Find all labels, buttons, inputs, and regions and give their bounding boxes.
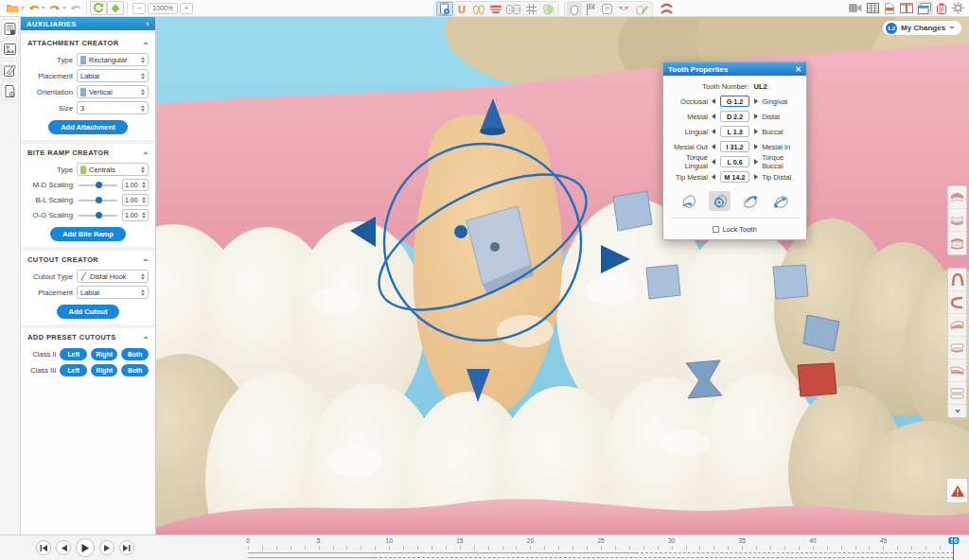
- tooth-properties-titlebar[interactable]: Tooth Properties ✕: [663, 62, 806, 76]
- redo-button[interactable]: [47, 1, 68, 15]
- attachment-orientation-select[interactable]: Vertical: [77, 85, 149, 98]
- pontic-button[interactable]: P: [599, 2, 614, 16]
- occlusal-value[interactable]: G 1.2: [720, 96, 749, 107]
- tip-value[interactable]: M 14.2: [720, 171, 749, 183]
- report-button[interactable]: [1, 81, 19, 100]
- settings-button[interactable]: [950, 1, 966, 15]
- right-view-button[interactable]: [948, 359, 966, 382]
- rotation-value[interactable]: I 31.2: [720, 141, 749, 152]
- zoom-out-button[interactable]: −: [131, 1, 148, 15]
- front-view-button[interactable]: [948, 337, 966, 359]
- bl-scaling-value[interactable]: 1.00: [122, 194, 149, 206]
- tooth-edit-button[interactable]: [633, 2, 650, 16]
- grid-button[interactable]: [523, 2, 538, 16]
- skip-end-button[interactable]: [119, 540, 134, 555]
- bite-ramp-type-select[interactable]: Centrals: [77, 163, 149, 176]
- notes-button[interactable]: [1, 19, 19, 38]
- tooth-torque-mode-button[interactable]: [769, 191, 791, 211]
- photo-button[interactable]: [1, 40, 19, 59]
- decrement-arrow-icon[interactable]: [711, 157, 717, 166]
- tooth-circle-button[interactable]: [539, 2, 556, 16]
- more-views-button[interactable]: [948, 405, 966, 417]
- tooth-rotate-mode-button[interactable]: [678, 191, 700, 211]
- bite-arches-button[interactable]: [658, 2, 676, 16]
- tooth-button[interactable]: [567, 2, 582, 16]
- lock-tooth-checkbox[interactable]: [713, 226, 719, 233]
- both-arches-button[interactable]: [948, 232, 966, 254]
- zoom-in-button[interactable]: +: [178, 1, 195, 15]
- increment-arrow-icon[interactable]: [752, 112, 759, 121]
- occlusal-upper-view-button[interactable]: [948, 269, 966, 291]
- attachment-placement-select[interactable]: Labial: [77, 69, 149, 82]
- bl-scaling-slider[interactable]: [79, 200, 117, 201]
- gizmo-center-handle[interactable]: [454, 225, 467, 238]
- split-view-button[interactable]: [898, 1, 915, 15]
- decrement-arrow-icon[interactable]: [711, 172, 717, 182]
- auxiliaries-panel-button[interactable]: [436, 2, 453, 16]
- add-attachment-button[interactable]: Add Attachment: [48, 120, 128, 134]
- step-forward-button[interactable]: [99, 540, 115, 555]
- increment-arrow-icon[interactable]: [752, 172, 759, 182]
- export-button[interactable]: [934, 1, 949, 15]
- playhead[interactable]: [953, 537, 954, 560]
- close-icon[interactable]: ✕: [795, 65, 802, 74]
- class-iii-left-button[interactable]: Left: [60, 364, 87, 376]
- slider-handle[interactable]: [96, 197, 102, 203]
- md-scaling-value[interactable]: 1.00: [122, 179, 149, 191]
- attachment-size-stepper[interactable]: 3: [77, 101, 149, 114]
- md-scaling-slider[interactable]: [79, 184, 117, 186]
- my-changes-button[interactable]: 1.2 My Changes: [882, 20, 962, 36]
- 3d-viewport[interactable]: [156, 17, 969, 534]
- tooth-axis-mode-button[interactable]: [709, 191, 731, 211]
- auto-adjust-button[interactable]: [107, 1, 124, 15]
- arch-u-button[interactable]: U: [454, 2, 469, 16]
- warning-button[interactable]: [946, 478, 968, 503]
- attachment-type-select[interactable]: Rectangular: [77, 53, 149, 66]
- play-button[interactable]: [76, 538, 95, 557]
- pdf-button[interactable]: [882, 1, 897, 15]
- attachment-square[interactable]: [646, 265, 680, 299]
- step-back-button[interactable]: [56, 540, 71, 555]
- increment-arrow-icon[interactable]: [752, 142, 759, 151]
- teeth-pair-button[interactable]: [470, 2, 487, 16]
- occlusal-contacts-button[interactable]: [488, 2, 503, 16]
- cutout-placement-select[interactable]: Labial: [77, 286, 149, 299]
- attachment-red[interactable]: [798, 363, 837, 396]
- undo-all-button[interactable]: [68, 1, 83, 15]
- tooth-tip-mode-button[interactable]: [739, 191, 761, 211]
- bite-ramp-creator-header[interactable]: BITE RAMP CREATOR: [21, 144, 155, 160]
- increment-arrow-icon[interactable]: [752, 157, 759, 166]
- add-bite-ramp-button[interactable]: Add Bite Ramp: [50, 227, 126, 241]
- mesial-value[interactable]: D 2.2: [720, 111, 749, 122]
- annotate-button[interactable]: [1, 61, 19, 79]
- class-ii-both-button[interactable]: Both: [121, 348, 149, 360]
- camera-button[interactable]: [847, 1, 864, 15]
- current-stage-marker[interactable]: 50: [948, 537, 959, 544]
- sync-button[interactable]: [90, 1, 107, 15]
- undo-button[interactable]: [26, 1, 47, 15]
- og-scaling-slider[interactable]: [79, 215, 117, 217]
- add-cutout-button[interactable]: Add Cutout: [57, 305, 120, 319]
- slider-handle[interactable]: [96, 182, 102, 188]
- occlusal-lower-view-button[interactable]: [948, 291, 966, 314]
- attachment-creator-header[interactable]: ATTACHMENT CREATOR: [21, 34, 155, 50]
- decrement-arrow-icon[interactable]: [711, 127, 717, 136]
- lingual-value[interactable]: L 1.3: [720, 126, 749, 137]
- og-scaling-value[interactable]: 1.00: [122, 209, 149, 221]
- decrement-arrow-icon[interactable]: [711, 96, 717, 106]
- left-view-button[interactable]: [948, 314, 966, 337]
- full-mouth-view-button[interactable]: [948, 382, 966, 405]
- flag-button[interactable]: [583, 2, 598, 16]
- collapse-sidebar-icon[interactable]: ‹: [147, 19, 150, 28]
- class-ii-left-button[interactable]: Left: [60, 348, 87, 360]
- skip-start-button[interactable]: [36, 540, 51, 555]
- cutout-type-select[interactable]: Distal Hook: [77, 270, 149, 283]
- upper-arch-button[interactable]: [948, 186, 966, 209]
- attachment-square[interactable]: [613, 191, 652, 231]
- increment-arrow-icon[interactable]: [752, 96, 759, 106]
- decrement-arrow-icon[interactable]: [711, 142, 717, 151]
- increment-arrow-icon[interactable]: [752, 127, 759, 136]
- open-folder-button[interactable]: [4, 1, 26, 15]
- slider-handle[interactable]: [96, 212, 102, 219]
- class-ii-right-button[interactable]: Right: [91, 348, 118, 360]
